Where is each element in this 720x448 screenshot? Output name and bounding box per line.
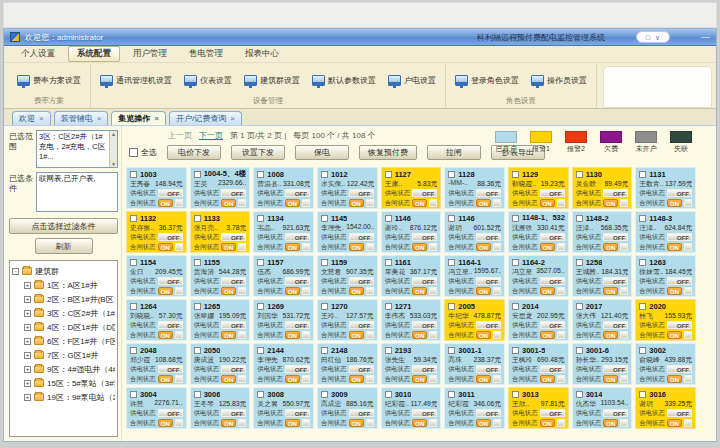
close-icon[interactable]: × <box>154 115 159 123</box>
close-icon[interactable]: × <box>230 115 235 123</box>
room-checkbox[interactable] <box>130 171 137 178</box>
room-checkbox[interactable] <box>385 303 392 310</box>
select-all-checkbox[interactable] <box>129 148 138 157</box>
tree-node-7[interactable]: +15区：5#泵站（3#泵.. <box>12 376 115 390</box>
select-filter-button[interactable]: 点击选择过滤条件 <box>9 218 118 234</box>
expand-icon[interactable]: + <box>24 324 31 331</box>
tree-node-8[interactable]: +19区：9#泵电站（2#.. <box>12 390 115 404</box>
room-checkbox[interactable] <box>194 303 201 310</box>
collapse-icon[interactable]: - <box>12 268 19 275</box>
tree-node-1[interactable]: +2区：B区1#井(B区1#.. <box>12 292 115 306</box>
expand-icon[interactable]: + <box>24 352 31 359</box>
room-checkbox[interactable] <box>639 347 646 354</box>
room-checkbox[interactable] <box>639 215 646 222</box>
room-checkbox[interactable] <box>257 391 264 398</box>
range-listbox[interactable]: 3区：C区2#井（1#充电，2#充电，C区1#... ▲▼ <box>36 130 118 168</box>
room-checkbox[interactable] <box>512 347 519 354</box>
room-checkbox[interactable] <box>257 347 264 354</box>
minimize-button[interactable]: — <box>701 33 710 42</box>
room-checkbox[interactable] <box>639 303 646 310</box>
room-checkbox[interactable] <box>385 347 392 354</box>
room-checkbox[interactable] <box>321 171 328 178</box>
ribbon-button[interactable]: 操作员设置 <box>526 71 592 90</box>
ribbon-button[interactable]: 通讯管理机设置 <box>95 71 177 90</box>
skin-switcher[interactable]: □ ∨ <box>636 31 670 43</box>
room-checkbox[interactable] <box>639 171 646 178</box>
room-checkbox[interactable] <box>448 391 455 398</box>
room-checkbox[interactable] <box>194 171 201 178</box>
room-checkbox[interactable] <box>448 215 455 222</box>
ribbon-button[interactable]: 仪表设置 <box>179 71 237 90</box>
expand-icon[interactable]: + <box>24 310 31 317</box>
tree-node-5[interactable]: +7区：G区1#井 <box>12 348 115 362</box>
room-checkbox[interactable] <box>576 303 583 310</box>
room-checkbox[interactable] <box>448 347 455 354</box>
menu-item-3[interactable]: 售电管理 <box>180 46 232 62</box>
menu-item-0[interactable]: 个人设置 <box>12 46 64 62</box>
scrollbar[interactable]: ▲▼ <box>109 131 117 167</box>
room-checkbox[interactable] <box>194 391 201 398</box>
menu-item-2[interactable]: 用户管理 <box>124 46 176 62</box>
expand-icon[interactable]: + <box>24 338 31 345</box>
tree-node-2[interactable]: +3区：C区2#井（1#空.. <box>12 306 115 320</box>
room-checkbox[interactable] <box>448 171 455 178</box>
room-checkbox[interactable] <box>321 347 328 354</box>
room-checkbox[interactable] <box>257 215 264 222</box>
room-checkbox[interactable] <box>576 347 583 354</box>
ribbon-button[interactable]: 登录角色设置 <box>450 71 524 90</box>
tree-root[interactable]: -建筑群 <box>12 264 115 278</box>
expand-icon[interactable]: + <box>24 296 31 303</box>
room-checkbox[interactable] <box>321 259 328 266</box>
room-checkbox[interactable] <box>576 391 583 398</box>
ribbon-button[interactable]: 建筑群设置 <box>239 71 305 90</box>
room-checkbox[interactable] <box>130 391 137 398</box>
room-checkbox[interactable] <box>639 259 646 266</box>
room-checkbox[interactable] <box>512 215 519 222</box>
skin-icon[interactable]: □ <box>646 34 650 41</box>
room-checkbox[interactable] <box>257 171 264 178</box>
room-checkbox[interactable] <box>257 259 264 266</box>
tree-node-0[interactable]: +1区：A区1#井 <box>12 278 115 292</box>
room-checkbox[interactable] <box>194 347 201 354</box>
room-checkbox[interactable] <box>385 259 392 266</box>
room-checkbox[interactable] <box>194 259 201 266</box>
room-checkbox[interactable] <box>385 215 392 222</box>
tab-0[interactable]: 欢迎× <box>12 111 51 125</box>
toolbar-button-0[interactable]: 电价下发 <box>167 145 221 160</box>
room-checkbox[interactable] <box>576 215 583 222</box>
menu-item-1[interactable]: 系统配置 <box>68 46 120 62</box>
room-checkbox[interactable] <box>639 391 646 398</box>
expand-icon[interactable]: + <box>24 394 31 401</box>
toolbar-button-3[interactable]: 恢复预付费 <box>359 145 417 160</box>
expand-icon[interactable]: + <box>24 366 31 373</box>
room-checkbox[interactable] <box>448 303 455 310</box>
toolbar-button-2[interactable]: 保电 <box>295 145 349 160</box>
tree-node-4[interactable]: +6区：F区1#井（F区1#.. <box>12 334 115 348</box>
room-checkbox[interactable] <box>130 347 137 354</box>
tree-node-3[interactable]: +4区：D区1#井（D区1.. <box>12 320 115 334</box>
room-checkbox[interactable] <box>321 391 328 398</box>
close-icon[interactable]: × <box>97 115 102 123</box>
room-checkbox[interactable] <box>448 259 455 266</box>
room-checkbox[interactable] <box>512 259 519 266</box>
ribbon-button[interactable]: 默认参数设置 <box>307 71 381 90</box>
room-checkbox[interactable] <box>385 391 392 398</box>
room-checkbox[interactable] <box>512 303 519 310</box>
room-checkbox[interactable] <box>130 259 137 266</box>
tab-3[interactable]: 开户/记费查询× <box>169 111 242 125</box>
room-checkbox[interactable] <box>130 215 137 222</box>
expand-icon[interactable]: + <box>24 380 31 387</box>
room-checkbox[interactable] <box>257 303 264 310</box>
select-all[interactable]: 全选 <box>129 147 157 158</box>
room-checkbox[interactable] <box>194 215 201 222</box>
close-icon[interactable]: × <box>39 115 44 123</box>
scroll-down-icon[interactable]: ▼ <box>111 161 116 168</box>
tab-2[interactable]: 集览操作× <box>111 111 166 125</box>
tree-node-6[interactable]: +9区：4#强电井（4#强.. <box>12 362 115 376</box>
ribbon-button[interactable]: 户电设置 <box>383 71 441 90</box>
room-checkbox[interactable] <box>321 303 328 310</box>
room-checkbox[interactable] <box>385 171 392 178</box>
room-checkbox[interactable] <box>321 215 328 222</box>
tab-1[interactable]: 装管辅电× <box>54 111 109 125</box>
room-checkbox[interactable] <box>130 303 137 310</box>
